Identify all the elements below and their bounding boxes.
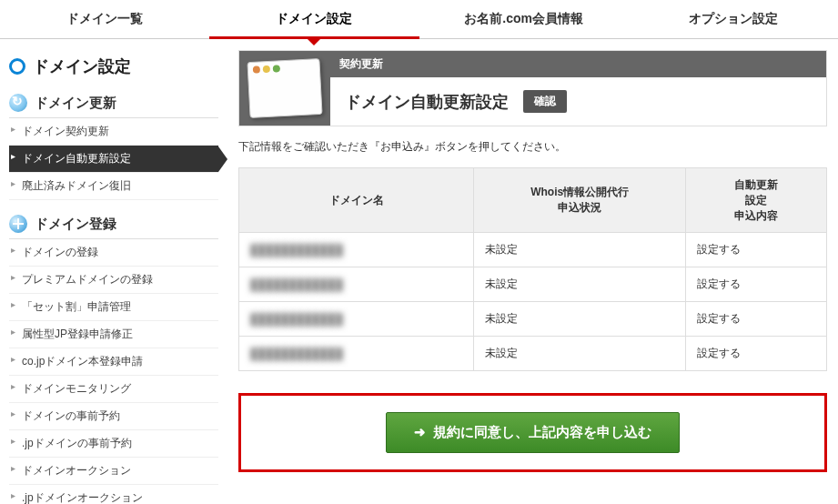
main-content: 契約更新 ドメイン自動更新設定 確認 下記情報をご確認いただき『お申込み』ボタン… bbox=[218, 39, 838, 504]
tab-domain-list[interactable]: ドメイン一覧 bbox=[0, 0, 209, 38]
cell-whois: 未設定 bbox=[474, 302, 686, 337]
table-row: ████████████ 未設定 設定する bbox=[239, 337, 827, 371]
header-title: ドメイン自動更新設定 bbox=[345, 91, 509, 113]
sidebar-item-auction[interactable]: ドメインオークション bbox=[9, 458, 218, 485]
submit-highlight-box: ➜規約に同意し、上記内容を申し込む bbox=[238, 393, 827, 472]
th-auto: 自動更新 設定 申込内容 bbox=[685, 168, 826, 233]
cell-domain: ████████████ bbox=[239, 233, 474, 267]
cell-auto: 設定する bbox=[685, 233, 826, 267]
window-thumb-icon bbox=[247, 58, 322, 118]
table-row: ████████████ 未設定 設定する bbox=[239, 302, 827, 337]
cell-auto: 設定する bbox=[685, 337, 826, 371]
page-title: ドメイン設定 bbox=[9, 48, 218, 88]
cell-whois: 未設定 bbox=[474, 337, 686, 371]
sidebar-item-jp-auction[interactable]: .jpドメインオークション bbox=[9, 485, 218, 504]
cell-whois: 未設定 bbox=[474, 267, 686, 302]
sidebar-item-setwari[interactable]: 「セット割」申請管理 bbox=[9, 294, 218, 321]
sidebar-item-cojp[interactable]: co.jpドメイン本登録申請 bbox=[9, 348, 218, 376]
sidebar-item-register[interactable]: ドメインの登録 bbox=[9, 239, 218, 267]
instruction-text: 下記情報をご確認いただき『お申込み』ボタンを押してください。 bbox=[238, 139, 827, 155]
th-whois: Whois情報公開代行 申込状況 bbox=[474, 168, 686, 233]
domain-table: ドメイン名 Whois情報公開代行 申込状況 自動更新 設定 申込内容 ████… bbox=[238, 167, 827, 371]
tab-member-info[interactable]: お名前.com会員情報 bbox=[419, 0, 629, 38]
sidebar-section-renewal[interactable]: ドメイン更新 bbox=[9, 88, 218, 118]
refresh-icon bbox=[9, 94, 27, 112]
header-icon bbox=[239, 51, 330, 126]
top-tabs: ドメイン一覧 ドメイン設定 お名前.com会員情報 オプション設定 bbox=[0, 0, 838, 39]
cell-auto: 設定する bbox=[685, 267, 826, 302]
page-title-icon bbox=[9, 58, 25, 75]
sidebar-item-attrjp[interactable]: 属性型JP登録申請修正 bbox=[9, 321, 218, 348]
cell-domain: ████████████ bbox=[239, 337, 474, 371]
sidebar-item-premium[interactable]: プレミアムドメインの登録 bbox=[9, 267, 218, 294]
sidebar-item-jp-preorder[interactable]: .jpドメインの事前予約 bbox=[9, 430, 218, 458]
th-domain: ドメイン名 bbox=[239, 168, 474, 233]
active-tab-indicator bbox=[307, 38, 321, 45]
sidebar: ドメイン設定 ドメイン更新 ドメイン契約更新 ドメイン自動更新設定 廃止済みドメ… bbox=[0, 39, 218, 504]
sidebar-item-monitoring[interactable]: ドメインモニタリング bbox=[9, 376, 218, 403]
sidebar-item-restore[interactable]: 廃止済みドメイン復旧 bbox=[9, 173, 218, 200]
header-label: 契約更新 bbox=[330, 51, 826, 77]
cell-domain: ████████████ bbox=[239, 267, 474, 302]
sidebar-section-register[interactable]: ドメイン登録 bbox=[9, 209, 218, 239]
cell-domain: ████████████ bbox=[239, 302, 474, 337]
status-badge: 確認 bbox=[523, 90, 567, 113]
sidebar-item-contract-renewal[interactable]: ドメイン契約更新 bbox=[9, 118, 218, 146]
header-card: 契約更新 ドメイン自動更新設定 確認 bbox=[238, 50, 827, 126]
cell-auto: 設定する bbox=[685, 302, 826, 337]
tab-option-settings[interactable]: オプション設定 bbox=[629, 0, 838, 38]
arrow-right-icon: ➜ bbox=[414, 424, 426, 439]
plus-icon bbox=[9, 215, 27, 233]
table-row: ████████████ 未設定 設定する bbox=[239, 267, 827, 302]
sidebar-item-preorder[interactable]: ドメインの事前予約 bbox=[9, 403, 218, 430]
tab-domain-settings[interactable]: ドメイン設定 bbox=[209, 0, 419, 38]
submit-button[interactable]: ➜規約に同意し、上記内容を申し込む bbox=[386, 412, 680, 453]
cell-whois: 未設定 bbox=[474, 233, 686, 267]
table-row: ████████████ 未設定 設定する bbox=[239, 233, 827, 267]
sidebar-item-auto-renewal[interactable]: ドメイン自動更新設定 bbox=[9, 146, 218, 173]
